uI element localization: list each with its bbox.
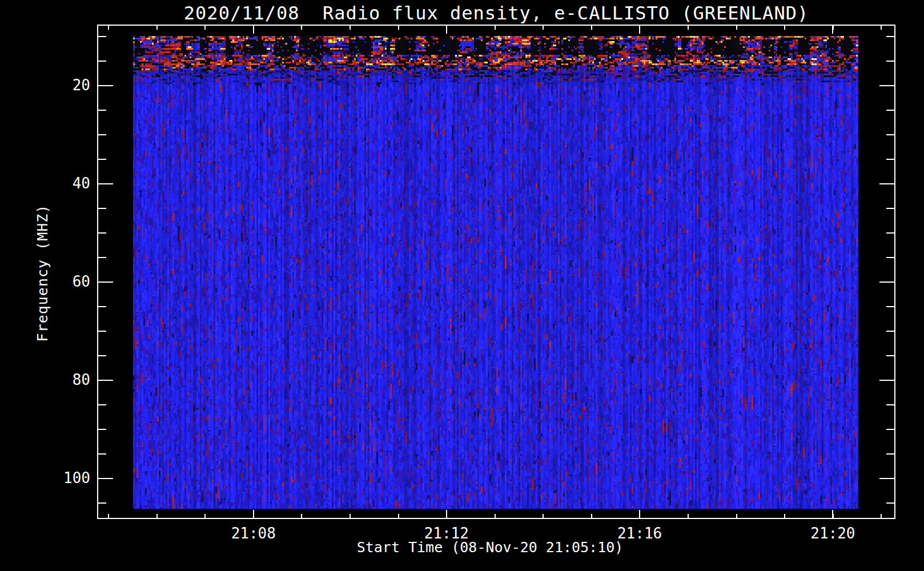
- tick-mark: [784, 26, 785, 30]
- tick-mark: [349, 26, 351, 30]
- tick-mark: [398, 514, 399, 518]
- tick-mark: [881, 26, 882, 30]
- tick-mark: [688, 514, 689, 518]
- chart-title: 2020/11/08 Radio flux density, e-CALLIST…: [184, 2, 809, 24]
- spectrogram-heatmap: [133, 36, 858, 509]
- y-axis-title: Frequency (MHZ): [34, 204, 51, 342]
- tick-mark: [886, 404, 894, 405]
- tick-mark: [784, 514, 785, 518]
- y-tick-label: 20: [22, 77, 90, 94]
- tick-mark: [881, 514, 882, 518]
- tick-mark: [446, 26, 447, 34]
- tick-mark: [98, 110, 106, 111]
- tick-mark: [98, 380, 113, 381]
- x-tick-label: 21:08: [231, 525, 276, 542]
- tick-mark: [495, 514, 496, 518]
- tick-mark: [156, 26, 158, 30]
- y-tick-label: 80: [22, 371, 90, 388]
- tick-mark: [886, 110, 894, 111]
- tick-mark: [886, 232, 894, 234]
- tick-mark: [886, 429, 894, 430]
- tick-mark: [98, 306, 106, 307]
- tick-mark: [886, 61, 894, 62]
- tick-mark: [639, 510, 640, 518]
- tick-mark: [639, 26, 640, 34]
- tick-mark: [108, 26, 109, 30]
- plot-frame: [97, 25, 895, 519]
- tick-mark: [879, 478, 894, 479]
- tick-mark: [98, 355, 106, 356]
- x-axis-title: Start Time (08-Nov-20 21:05:10): [357, 539, 624, 556]
- tick-mark: [204, 514, 206, 518]
- tick-mark: [204, 26, 206, 30]
- tick-mark: [301, 514, 302, 518]
- tick-mark: [253, 510, 254, 518]
- tick-mark: [886, 159, 894, 160]
- spectrogram-page: 2020/11/08 Radio flux density, e-CALLIST…: [0, 0, 924, 571]
- tick-mark: [736, 26, 737, 30]
- tick-mark: [879, 282, 894, 283]
- tick-mark: [886, 36, 894, 37]
- tick-mark: [98, 282, 113, 283]
- tick-mark: [98, 478, 113, 479]
- tick-mark: [98, 134, 106, 135]
- tick-mark: [886, 502, 894, 504]
- tick-mark: [98, 61, 106, 62]
- tick-mark: [886, 208, 894, 209]
- tick-mark: [398, 26, 399, 30]
- tick-mark: [879, 85, 894, 86]
- tick-mark: [98, 232, 106, 234]
- tick-mark: [301, 26, 302, 30]
- y-tick-label: 100: [22, 469, 90, 486]
- tick-mark: [543, 514, 544, 518]
- tick-mark: [98, 404, 106, 405]
- tick-mark: [98, 183, 113, 184]
- tick-mark: [543, 26, 544, 30]
- tick-mark: [879, 380, 894, 381]
- tick-mark: [591, 26, 592, 30]
- tick-mark: [446, 510, 447, 518]
- x-tick-label: 21:20: [810, 525, 855, 542]
- tick-mark: [688, 26, 689, 30]
- tick-mark: [886, 453, 894, 455]
- tick-mark: [156, 514, 158, 518]
- tick-mark: [886, 355, 894, 356]
- tick-mark: [98, 159, 106, 160]
- y-tick-label: 40: [22, 175, 90, 192]
- tick-mark: [886, 331, 894, 332]
- tick-mark: [98, 331, 106, 332]
- tick-mark: [98, 453, 106, 455]
- tick-mark: [886, 134, 894, 135]
- tick-mark: [98, 36, 106, 37]
- tick-mark: [108, 514, 109, 518]
- tick-mark: [98, 85, 113, 86]
- tick-mark: [349, 514, 351, 518]
- tick-mark: [495, 26, 496, 30]
- tick-mark: [98, 257, 106, 258]
- tick-mark: [253, 26, 254, 34]
- tick-mark: [98, 208, 106, 209]
- tick-mark: [879, 183, 894, 184]
- tick-mark: [591, 514, 592, 518]
- tick-mark: [832, 26, 833, 34]
- y-tick-label: 60: [22, 273, 90, 290]
- tick-mark: [886, 306, 894, 307]
- tick-mark: [832, 510, 833, 518]
- tick-mark: [98, 429, 106, 430]
- tick-mark: [736, 514, 737, 518]
- tick-mark: [98, 502, 106, 504]
- x-tick-label: 21:16: [617, 525, 662, 542]
- tick-mark: [886, 257, 894, 258]
